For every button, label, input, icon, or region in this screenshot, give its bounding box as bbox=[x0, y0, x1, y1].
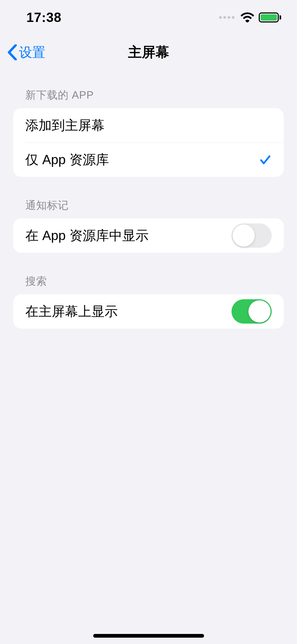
section-new-apps: 新下载的 APP 添加到主屏幕 仅 App 资源库 bbox=[13, 88, 284, 177]
page-title: 主屏幕 bbox=[128, 43, 169, 62]
section-header-new-apps: 新下载的 APP bbox=[13, 88, 284, 108]
row-label: 在 App 资源库中显示 bbox=[25, 227, 149, 245]
status-time: 17:38 bbox=[26, 10, 62, 25]
battery-icon bbox=[259, 12, 281, 22]
section-search: 搜索 在主屏幕上显示 bbox=[13, 274, 284, 329]
section-badges: 通知标记 在 App 资源库中显示 bbox=[13, 198, 284, 253]
status-right bbox=[219, 12, 281, 22]
nav-bar: 设置 主屏幕 bbox=[0, 35, 297, 70]
cellular-dots-icon bbox=[219, 16, 234, 19]
wifi-icon bbox=[241, 12, 254, 22]
toggle-show-on-home[interactable] bbox=[232, 299, 272, 324]
section-header-badges: 通知标记 bbox=[13, 198, 284, 218]
option-label: 添加到主屏幕 bbox=[25, 117, 105, 134]
section-header-search: 搜索 bbox=[13, 274, 284, 294]
chevron-left-icon bbox=[7, 44, 17, 60]
row-show-on-home: 在主屏幕上显示 bbox=[13, 294, 284, 329]
toggle-show-in-app-library[interactable] bbox=[232, 223, 272, 248]
status-bar: 17:38 bbox=[0, 0, 297, 35]
checkmark-icon bbox=[259, 154, 272, 166]
option-app-library-only[interactable]: 仅 App 资源库 bbox=[25, 142, 284, 177]
option-add-to-home[interactable]: 添加到主屏幕 bbox=[13, 108, 284, 142]
back-label: 设置 bbox=[19, 44, 45, 61]
row-show-in-app-library: 在 App 资源库中显示 bbox=[13, 218, 284, 253]
row-label: 在主屏幕上显示 bbox=[25, 303, 118, 320]
back-button[interactable]: 设置 bbox=[0, 44, 45, 61]
home-indicator[interactable] bbox=[93, 634, 204, 638]
option-label: 仅 App 资源库 bbox=[25, 151, 109, 169]
